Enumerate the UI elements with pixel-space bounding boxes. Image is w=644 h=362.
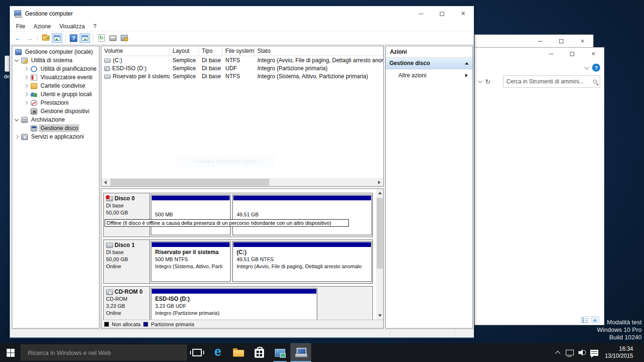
- partition-c[interactable]: (C:)49,51 GB NTFSIntegro (Avvio, File di…: [232, 241, 372, 282]
- tree-item-gestione-dispositivi[interactable]: Gestione dispositivi: [12, 107, 99, 115]
- test-mode-watermark: Modalità test Windows 10 Pro Build 10240: [597, 319, 642, 341]
- actions-group-disk-management[interactable]: Gestione disco: [386, 58, 472, 69]
- menu-visualizza[interactable]: Visualizza: [55, 22, 89, 31]
- store-button[interactable]: [249, 343, 270, 362]
- disk-name: Disco 0: [106, 195, 148, 202]
- forward-button[interactable]: →: [24, 33, 34, 43]
- chevron-collapsed-icon[interactable]: [24, 84, 28, 88]
- chevron-collapsed-icon[interactable]: [15, 135, 18, 139]
- volume-list-panel: VolumeLayoutTipoFile systemStato (C:)Sem…: [101, 46, 384, 187]
- horizontal-scrollbar[interactable]: [101, 178, 383, 186]
- volume-row-c[interactable]: (C:)SempliceDi baseNTFSIntegro (Avvio, F…: [101, 56, 383, 64]
- scroll-left-icon[interactable]: [101, 178, 109, 186]
- close-button[interactable]: ×: [583, 48, 604, 60]
- chevron-collapsed-icon[interactable]: [24, 75, 28, 79]
- tree-item-prestazioni[interactable]: Prestazioni: [12, 99, 99, 107]
- tree-item-utilit-di-pianificazione[interactable]: Utilità di pianificazione: [12, 65, 99, 73]
- chevron-expanded-icon[interactable]: [15, 58, 18, 61]
- taskbar-search-input[interactable]: Ricerca in Windows e nel Web: [21, 345, 187, 361]
- scroll-down-icon[interactable]: [376, 312, 384, 320]
- refresh-icon[interactable]: ↻: [485, 78, 491, 85]
- chevron-collapsed-icon[interactable]: [24, 67, 28, 71]
- network-icon: [566, 350, 574, 355]
- tray-expand-button[interactable]: [552, 343, 563, 362]
- scroll-right-icon[interactable]: [375, 178, 383, 186]
- console-tree-toggle-button[interactable]: [52, 33, 62, 43]
- maximize-button[interactable]: [551, 35, 572, 47]
- close-button[interactable]: ×: [453, 6, 474, 21]
- explorer-window[interactable]: × ? ↻ Cerca in Strumenti di ammini...: [474, 47, 604, 325]
- scrollbar-thumb[interactable]: [110, 179, 269, 186]
- column-header-layout[interactable]: Layout: [170, 46, 199, 56]
- tree-item-utenti-e-gruppi-locali[interactable]: Utenti e gruppi locali: [12, 90, 99, 99]
- ribbon-expand-icon[interactable]: [585, 65, 589, 69]
- partition-riservato-per-il-sistema[interactable]: Riservato per il sistema500 MB NTFSInteg…: [151, 241, 231, 282]
- partition[interactable]: 500 MB: [151, 195, 231, 235]
- scroll-up-icon[interactable]: [376, 189, 384, 197]
- maximize-button[interactable]: [431, 6, 453, 21]
- task-view-button[interactable]: [187, 343, 207, 362]
- computer-management-taskbar-button[interactable]: [290, 343, 311, 362]
- minimize-button[interactable]: [410, 6, 431, 21]
- taskbar: Ricerca in Windows e nel Web e 16:34 13/…: [0, 343, 644, 362]
- background-window-rear[interactable]: ×: [474, 34, 594, 48]
- volume-row-riservato-per-il-sistema[interactable]: Riservato per il sistemaSempliceDi baseN…: [101, 72, 383, 80]
- menu-[interactable]: ?: [89, 22, 101, 31]
- explorer-search-input[interactable]: Cerca in Strumenti di ammini...: [503, 75, 600, 88]
- up-level-button[interactable]: [41, 33, 51, 43]
- tree-root[interactable]: Gestione computer (locale): [12, 48, 99, 56]
- taskbar-clock[interactable]: 16:34 13/10/2015: [601, 346, 638, 360]
- edge-button[interactable]: e: [207, 343, 228, 362]
- minimize-button[interactable]: [529, 35, 551, 47]
- tree-item-utilit-di-sistema[interactable]: Utilità di sistema: [12, 56, 99, 65]
- help-button[interactable]: ?: [68, 33, 79, 43]
- network-button[interactable]: [564, 343, 576, 362]
- properties-button[interactable]: [107, 33, 118, 43]
- menu-azione[interactable]: Azione: [29, 22, 55, 31]
- start-button[interactable]: [0, 343, 21, 362]
- column-header-volume[interactable]: Volume: [101, 46, 170, 56]
- column-header-stato[interactable]: Stato: [255, 46, 383, 56]
- disk-row-disco-1: Disco 1Di base50,00 GBOnlineRiservato pe…: [103, 239, 373, 284]
- partition[interactable]: 49,51 GB: [232, 195, 372, 235]
- titlebar[interactable]: Gestione computer ×: [10, 6, 474, 21]
- tree-item-archiviazione[interactable]: Archiviazione: [12, 115, 99, 124]
- details-view-toggle-icon[interactable]: [581, 316, 589, 323]
- address-dropdown-icon[interactable]: [478, 79, 483, 83]
- legend-label: Non allocata: [112, 321, 140, 327]
- disk-graphical-panel: Disco 0Di base50,00 GB500 MB49,51 GBOffl…: [101, 189, 384, 329]
- scrollbar-thumb[interactable]: [377, 198, 383, 269]
- action-center-button[interactable]: [589, 343, 600, 362]
- manage-button[interactable]: [119, 33, 129, 43]
- collapse-icon[interactable]: [465, 62, 469, 65]
- actions-item-more-actions[interactable]: Altre azioni: [386, 69, 472, 81]
- disk-line2: 50,00 GB: [106, 256, 148, 263]
- volume-button[interactable]: [577, 343, 588, 362]
- action-pane-toggle-button[interactable]: [80, 33, 90, 43]
- help-icon[interactable]: ?: [592, 64, 600, 72]
- disk-label-disco-1[interactable]: Disco 1Di base50,00 GBOnline: [104, 240, 150, 283]
- legend-color-non-allocata: [104, 322, 109, 327]
- chevron-collapsed-icon[interactable]: [24, 101, 28, 105]
- tree-item-servizi-e-applicazioni[interactable]: Servizi e applicazioni: [12, 132, 99, 141]
- volume-row-esd-iso-d[interactable]: ESD-ISO (D:)SempliceDi baseUDFIntegro (P…: [101, 64, 383, 72]
- minimize-button[interactable]: [540, 48, 561, 60]
- disk-offline-icon: [106, 196, 113, 201]
- disk-label-disco-0[interactable]: Disco 0Di base50,00 GB: [104, 193, 150, 237]
- system-app-button[interactable]: [270, 343, 290, 362]
- vertical-scrollbar[interactable]: [376, 189, 383, 320]
- tree-item-label: Cartelle condivise: [40, 82, 86, 89]
- back-button[interactable]: ←: [13, 33, 23, 43]
- chevron-collapsed-icon[interactable]: [24, 92, 28, 96]
- file-explorer-button[interactable]: [228, 343, 249, 362]
- column-header-file-system[interactable]: File system: [223, 46, 255, 56]
- refresh-button[interactable]: ↻: [96, 33, 107, 43]
- maximize-button[interactable]: [561, 48, 583, 60]
- tree-item-cartelle-condivise[interactable]: Cartelle condivise: [12, 82, 99, 90]
- close-button[interactable]: ×: [572, 35, 593, 47]
- menu-file[interactable]: File: [12, 22, 29, 31]
- column-header-tipo[interactable]: Tipo: [199, 46, 223, 56]
- tree-item-visualizzatore-eventi[interactable]: Visualizzatore eventi: [12, 73, 99, 82]
- tree-item-gestione-disco[interactable]: Gestione disco: [12, 124, 99, 132]
- chevron-expanded-icon[interactable]: [15, 117, 18, 121]
